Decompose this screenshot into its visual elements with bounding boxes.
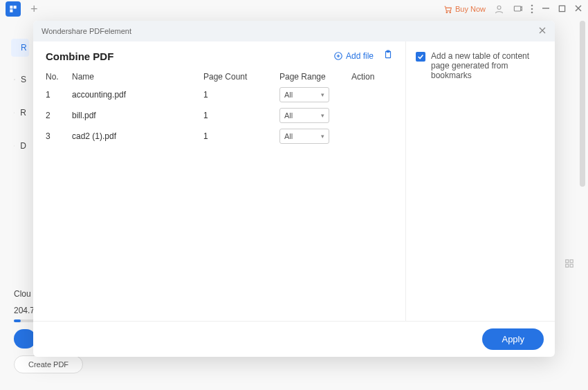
combine-pdf-dialog: Wondershare PDFelement Combine PDF Add f…: [33, 21, 555, 357]
cell-page-count: 1: [203, 90, 279, 100]
svg-rect-13: [570, 260, 573, 263]
chevron-down-icon: ▾: [321, 133, 324, 140]
minimize-button[interactable]: [542, 4, 550, 15]
svg-rect-15: [570, 264, 573, 267]
close-icon[interactable]: [538, 26, 546, 37]
table-row: 2 bill.pdf 1 All ▾: [46, 108, 393, 123]
combine-main-pane: Combine PDF Add file No. Name Page Count…: [33, 41, 405, 321]
col-action: Action: [351, 72, 393, 82]
table-row: 3 cad2 (1).pdf 1 All ▾: [46, 129, 393, 144]
svg-point-2: [497, 6, 501, 9]
sidebar-item-recent[interactable]: R: [11, 39, 29, 57]
buy-now-link[interactable]: Buy Now: [443, 5, 486, 14]
page-title: Combine PDF: [46, 50, 113, 62]
select-value: All: [284, 132, 293, 140]
create-pdf-label: Create PDF: [28, 360, 68, 369]
folder-icon: [14, 108, 15, 118]
buy-now-label: Buy Now: [455, 5, 486, 13]
sidebar-item-cloud[interactable]: D: [11, 136, 29, 156]
options-pane: Add a new table of content page generate…: [405, 41, 555, 321]
col-page-range: Page Range: [279, 72, 351, 82]
dialog-footer: Apply: [33, 321, 555, 357]
cell-no: 3: [46, 131, 72, 141]
app-toolbar: + Buy Now: [0, 0, 588, 18]
col-no: No.: [46, 72, 72, 82]
star-icon: [14, 75, 15, 84]
sidebar-label: S: [21, 75, 26, 84]
page-range-select[interactable]: All ▾: [279, 87, 329, 102]
kebab-menu-icon[interactable]: [531, 4, 533, 14]
cloud-icon: [14, 141, 15, 151]
sidebar-item-folder[interactable]: R: [11, 102, 29, 123]
dialog-title-text: Wondershare PDFelement: [42, 27, 131, 35]
svg-rect-3: [514, 6, 520, 11]
maximize-button[interactable]: [558, 4, 566, 15]
chevron-down-icon: ▾: [321, 112, 324, 119]
toc-option-row[interactable]: Add a new table of content page generate…: [416, 51, 545, 80]
dialog-titlebar: Wondershare PDFelement: [33, 21, 555, 41]
svg-rect-12: [566, 260, 569, 263]
apply-button[interactable]: Apply: [482, 328, 544, 350]
new-tab-button[interactable]: +: [28, 2, 41, 17]
table-row: 1 accounting.pdf 1 All ▾: [46, 87, 393, 102]
svg-point-0: [446, 12, 448, 13]
cell-name: cad2 (1).pdf: [72, 131, 203, 141]
cell-page-count: 1: [203, 111, 279, 120]
grid-view-icon[interactable]: [564, 259, 574, 270]
notification-icon[interactable]: [513, 4, 522, 14]
svg-rect-14: [566, 264, 569, 267]
col-page-count: Page Count: [203, 72, 279, 82]
clipboard-icon[interactable]: [383, 50, 393, 62]
svg-point-4: [531, 5, 533, 7]
page-range-select[interactable]: All ▾: [279, 129, 329, 144]
checkbox-checked[interactable]: [416, 52, 425, 62]
user-icon[interactable]: [494, 4, 504, 15]
cell-name: bill.pdf: [72, 111, 203, 120]
cell-no: 1: [46, 90, 72, 100]
sidebar-label: R: [20, 108, 26, 118]
check-icon: [417, 53, 424, 60]
create-pdf-button[interactable]: Create PDF: [14, 355, 83, 373]
add-file-label: Add file: [346, 51, 374, 61]
cart-icon: [443, 5, 452, 14]
chevron-down-icon: ▾: [321, 91, 324, 98]
add-file-button[interactable]: Add file: [333, 51, 374, 61]
sidebar-label: R: [21, 43, 27, 53]
svg-marker-11: [14, 79, 15, 80]
svg-rect-8: [559, 6, 564, 11]
svg-point-6: [531, 12, 533, 14]
page-range-select[interactable]: All ▾: [279, 108, 329, 123]
sidebar-item-starred[interactable]: S: [11, 69, 29, 90]
table-header: No. Name Page Count Page Range Action: [46, 72, 393, 82]
sidebar-label: D: [20, 141, 26, 151]
cell-page-count: 1: [203, 131, 279, 141]
select-value: All: [284, 91, 293, 99]
svg-point-1: [450, 12, 451, 13]
main-scrollbar[interactable]: [580, 21, 585, 187]
close-window-button[interactable]: [574, 4, 582, 15]
select-value: All: [284, 111, 293, 120]
svg-point-5: [531, 8, 533, 10]
app-logo: [6, 1, 21, 17]
col-name: Name: [72, 72, 203, 82]
plus-circle-icon: [333, 51, 343, 61]
toc-option-label: Add a new table of content page generate…: [431, 51, 545, 80]
cell-no: 2: [46, 111, 72, 120]
cell-name: accounting.pdf: [72, 90, 203, 100]
